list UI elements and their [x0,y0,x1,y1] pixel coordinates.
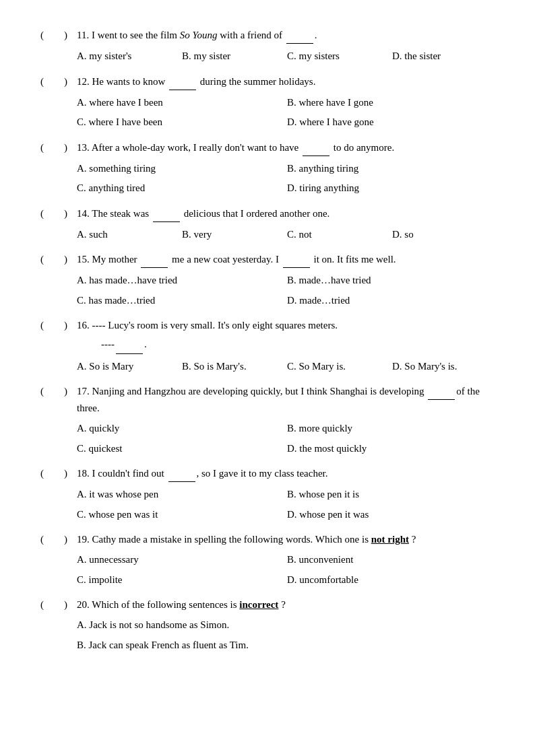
q20-option-a: A. Jack is not so handsome as Simon. [74,615,495,635]
q19-option-d: D. uncomfortable [284,570,495,590]
q15-option-a: A. has made…have tried [74,271,284,291]
q17-option-c: C. quickest [74,439,284,459]
q18-line: ( ) 18. I couldn't find out , so I gave … [40,465,495,482]
question-16: ( ) 16. ---- Lucy's room is very small. … [40,317,495,376]
q13-option-c: C. anything tired [74,178,284,199]
q12-text: 12. He wants to know during the summer h… [77,73,495,90]
q19-option-b: B. unconvenient [284,550,495,570]
q14-blank [153,205,180,222]
q16-option-d: D. So Mary's is. [389,357,495,377]
q17-option-a: A. quickly [74,419,284,439]
q12-blank [169,73,196,90]
q17-paren: ( ) [40,383,74,399]
q13-line: ( ) 13. After a whole-day work, I really… [40,139,495,156]
q16-line: ( ) 16. ---- Lucy's room is very small. … [40,317,495,333]
q18-option-c: C. whose pen was it [74,505,284,525]
q19-not-right: not right [371,534,409,545]
q18-blank [168,465,195,482]
q19-text: 19. Cathy made a mistake in spelling the… [77,531,495,547]
q17-option-d: D. the most quickly [284,439,495,459]
q12-option-b: B. where have I gone [284,93,495,113]
q18-paren: ( ) [40,465,74,481]
q14-option-b: B. very [179,225,284,245]
q19-option-a: A. unnecessary [74,550,284,570]
q19-options: A. unnecessary B. unconvenient C. impoli… [74,550,495,590]
question-20: ( ) 20. Which of the following sentences… [40,596,495,655]
question-12: ( ) 12. He wants to know during the summ… [40,73,495,133]
question-19: ( ) 19. Cathy made a mistake in spelling… [40,531,495,590]
q14-paren: ( ) [40,205,74,221]
q16-paren: ( ) [40,317,74,333]
q17-text: 17. Nanjing and Hangzhou are developing … [77,383,495,416]
q13-text: 13. After a whole-day work, I really don… [77,139,495,156]
q14-text: 14. The steak was delicious that I order… [77,205,495,222]
q16-option-c: C. So Mary is. [284,357,389,377]
q20-line: ( ) 20. Which of the following sentences… [40,596,495,613]
q18-option-b: B. whose pen it is [284,485,495,505]
q12-paren: ( ) [40,73,74,90]
q12-options: A. where have I been B. where have I gon… [74,93,495,133]
q12-line: ( ) 12. He wants to know during the summ… [40,73,495,90]
q12-option-c: C. where I have been [74,112,284,133]
q20-paren: ( ) [40,596,74,613]
q20-text: 20. Which of the following sentences is … [77,596,495,613]
q16-blank [116,336,143,354]
q17-line: ( ) 17. Nanjing and Hangzhou are develop… [40,383,495,416]
q14-option-a: A. such [74,225,179,245]
question-14: ( ) 14. The steak was delicious that I o… [40,205,495,245]
q11-text: 11. I went to see the film So Young with… [77,27,495,44]
q20-incorrect: incorrect [239,599,278,610]
q17-blank [428,383,455,400]
question-13: ( ) 13. After a whole-day work, I really… [40,139,495,199]
q16-option-a: A. So is Mary [74,357,179,377]
question-15: ( ) 15. My mother me a new coat yesterda… [40,251,495,310]
q13-option-b: B. anything tiring [284,159,495,179]
q15-text: 15. My mother me a new coat yesterday. I… [77,251,495,268]
q13-blank [303,139,329,156]
q11-option-d: D. the sister [389,46,495,67]
q13-option-a: A. something tiring [74,159,284,179]
q20-option-b: B. Jack can speak French as fluent as Ti… [74,635,495,656]
q13-paren: ( ) [40,139,74,156]
q12-option-a: A. where have I been [74,93,284,113]
q18-option-d: D. whose pen it was [284,505,495,525]
q19-option-c: C. impolite [74,570,284,590]
q16-option-b: B. So is Mary's. [179,357,284,377]
q13-options: A. something tiring B. anything tiring C… [74,159,495,199]
q20-sub-options: A. Jack is not so handsome as Simon. B. … [74,615,495,655]
q16-text: 16. ---- Lucy's room is very small. It's… [77,317,495,333]
q18-options: A. it was whose pen B. whose pen it is C… [74,485,495,524]
q11-blank [286,27,313,44]
q11-line: ( ) 11. I went to see the film So Young … [40,27,495,44]
q15-line: ( ) 15. My mother me a new coat yesterda… [40,251,495,268]
q16-continuation: ---- . [101,336,495,354]
q18-text: 18. I couldn't find out , so I gave it t… [77,465,495,482]
question-18: ( ) 18. I couldn't find out , so I gave … [40,465,495,524]
q17-options: A. quickly B. more quickly C. quickest D… [74,419,495,458]
q14-option-c: C. not [284,225,389,245]
q15-option-c: C. has made…tried [74,291,284,311]
question-11: ( ) 11. I went to see the film So Young … [40,27,495,67]
q18-option-a: A. it was whose pen [74,485,284,505]
q15-option-d: D. made…tried [284,291,495,311]
q15-paren: ( ) [40,251,74,267]
q15-blank2 [283,251,310,268]
q12-option-d: D. where I have gone [284,112,495,133]
q14-options: A. such B. very C. not D. so [74,225,495,245]
q17-option-b: B. more quickly [284,419,495,439]
q19-paren: ( ) [40,531,74,547]
q19-line: ( ) 19. Cathy made a mistake in spelling… [40,531,495,547]
question-17: ( ) 17. Nanjing and Hangzhou are develop… [40,383,495,458]
q15-blank1 [141,251,168,268]
q11-italic: So Young [180,30,218,40]
q13-option-d: D. tiring anything [284,178,495,199]
q11-option-b: B. my sister [179,46,284,67]
q15-option-b: B. made…have tried [284,271,495,291]
q16-options: A. So is Mary B. So is Mary's. C. So Mar… [74,357,495,377]
q11-paren: ( ) [40,27,74,43]
q14-option-d: D. so [389,225,495,245]
q15-options: A. has made…have tried B. made…have trie… [74,271,495,310]
q11-option-c: C. my sisters [284,46,389,67]
q11-options: A. my sister's B. my sister C. my sister… [74,46,495,67]
q14-line: ( ) 14. The steak was delicious that I o… [40,205,495,222]
